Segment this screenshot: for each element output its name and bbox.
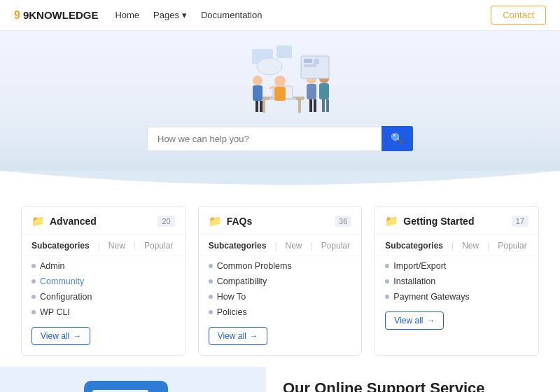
support-svg: ★★★★ bbox=[14, 370, 252, 392]
folder-icon: 📁 bbox=[385, 215, 398, 227]
contact-button[interactable]: Contact bbox=[491, 6, 546, 24]
svg-point-10 bbox=[253, 76, 262, 85]
arrow-icon: → bbox=[73, 331, 81, 341]
bullet-icon bbox=[209, 279, 213, 284]
hero-illustration bbox=[210, 42, 350, 126]
svg-rect-4 bbox=[262, 100, 265, 113]
svg-rect-1 bbox=[276, 46, 292, 58]
card-advanced-title-wrap: 📁 Advanced bbox=[31, 215, 97, 227]
svg-rect-22 bbox=[309, 99, 312, 112]
support-title: Our Online Support Service bbox=[283, 379, 543, 392]
bullet-icon bbox=[31, 310, 36, 314]
card-gs-count: 17 bbox=[512, 216, 528, 227]
card-faqs-title-wrap: 📁 FAQs bbox=[209, 215, 253, 227]
svg-point-2 bbox=[257, 58, 282, 75]
support-illustration: ★★★★ bbox=[0, 367, 266, 392]
folder-icon: 📁 bbox=[31, 215, 45, 227]
svg-rect-13 bbox=[307, 84, 316, 99]
arrow-icon: → bbox=[426, 316, 435, 326]
svg-rect-24 bbox=[322, 99, 325, 112]
card-advanced-title: Advanced bbox=[50, 216, 97, 227]
list-item: Installation bbox=[385, 276, 528, 286]
card-gs-tabs: Subcategories | New | Popular bbox=[375, 235, 538, 255]
arrow-icon: → bbox=[250, 331, 258, 341]
list-item: Compatibility bbox=[209, 276, 352, 286]
card-advanced-count: 20 bbox=[158, 216, 174, 227]
card-gs-links: Import/Export Installation Payment Gatew… bbox=[375, 255, 538, 307]
card-gs-header: 📁 Getting Started 17 bbox=[375, 206, 538, 235]
bullet-icon bbox=[31, 295, 36, 299]
card-faqs-tabs: Subcategories | New | Popular bbox=[199, 235, 362, 255]
svg-point-8 bbox=[274, 76, 286, 87]
card-getting-started: 📁 Getting Started 17 Subcategories | New… bbox=[374, 206, 539, 356]
svg-rect-21 bbox=[260, 101, 262, 112]
list-item: Admin bbox=[31, 261, 175, 271]
nav-home[interactable]: Home bbox=[115, 10, 139, 20]
view-all-label: View all bbox=[394, 316, 423, 326]
card-gs-title: Getting Started bbox=[403, 216, 474, 227]
tab-subcategories-2[interactable]: Subcategories bbox=[385, 241, 443, 251]
view-all-advanced-button[interactable]: View all → bbox=[31, 327, 90, 345]
card-faqs-count: 36 bbox=[335, 216, 351, 227]
card-advanced: 📁 Advanced 20 Subcategories | New | Popu… bbox=[21, 206, 186, 356]
tab-popular-0[interactable]: Popular bbox=[144, 241, 173, 251]
svg-rect-19 bbox=[314, 59, 319, 64]
bullet-icon bbox=[209, 264, 213, 268]
tab-new-1[interactable]: New bbox=[286, 241, 302, 251]
list-item: Policies bbox=[209, 307, 352, 317]
nav-pages[interactable]: Pages ▾ bbox=[153, 10, 187, 20]
search-bar: 🔍 bbox=[147, 126, 413, 151]
support-section: ★★★★ Our Online Support Service Lorem ip… bbox=[0, 367, 560, 392]
card-faqs-title: FAQs bbox=[227, 216, 253, 227]
nav-pages-label: Pages bbox=[153, 10, 179, 20]
bullet-icon bbox=[385, 295, 389, 299]
folder-icon: 📁 bbox=[209, 215, 222, 227]
svg-rect-17 bbox=[304, 59, 312, 63]
site-logo: 9 9KNOWLEDGE bbox=[14, 9, 98, 22]
tab-subcategories-0[interactable]: Subcategories bbox=[31, 241, 90, 251]
list-item: How To bbox=[209, 292, 352, 302]
list-item: Community bbox=[31, 276, 175, 286]
cards-section: 📁 Advanced 20 Subcategories | New | Popu… bbox=[0, 190, 560, 367]
list-item: Configuration bbox=[31, 292, 175, 302]
svg-rect-25 bbox=[326, 99, 329, 112]
svg-rect-11 bbox=[253, 85, 262, 101]
svg-rect-15 bbox=[319, 83, 329, 99]
search-input[interactable] bbox=[147, 127, 382, 151]
tab-subcategories-1[interactable]: Subcategories bbox=[209, 241, 267, 251]
nav-links: Home Pages ▾ Documentation bbox=[115, 10, 491, 20]
tab-new-2[interactable]: New bbox=[462, 241, 479, 251]
navbar: 9 9KNOWLEDGE Home Pages ▾ Documentation … bbox=[0, 0, 560, 31]
svg-rect-5 bbox=[298, 100, 301, 113]
card-gs-title-wrap: 📁 Getting Started bbox=[385, 215, 474, 227]
svg-rect-20 bbox=[255, 101, 258, 112]
card-faqs: 📁 FAQs 36 Subcategories | New | Popular … bbox=[198, 206, 363, 356]
support-text: Our Online Support Service Lorem ipsum d… bbox=[266, 367, 560, 392]
bullet-icon bbox=[385, 279, 389, 284]
card-faqs-header: 📁 FAQs 36 bbox=[199, 206, 362, 235]
svg-rect-18 bbox=[304, 64, 316, 67]
svg-rect-23 bbox=[314, 99, 316, 112]
hero-section: 🔍 bbox=[0, 31, 560, 190]
chevron-down-icon: ▾ bbox=[182, 10, 187, 20]
hero-curve bbox=[0, 171, 560, 190]
search-button[interactable]: 🔍 bbox=[382, 126, 413, 151]
card-advanced-tabs: Subcategories | New | Popular bbox=[22, 235, 185, 255]
list-item: Payment Gateways bbox=[385, 292, 528, 302]
view-all-label: View all bbox=[218, 331, 246, 341]
bullet-icon bbox=[31, 264, 36, 268]
card-advanced-header: 📁 Advanced 20 bbox=[22, 206, 185, 235]
bullet-icon bbox=[385, 264, 389, 268]
card-advanced-links: Admin Community Configuration WP CLI bbox=[22, 255, 185, 323]
view-all-faqs-button[interactable]: View all → bbox=[209, 327, 267, 345]
search-icon: 🔍 bbox=[391, 132, 404, 144]
bullet-icon bbox=[209, 295, 213, 299]
nav-documentation[interactable]: Documentation bbox=[201, 10, 262, 20]
logo-icon: 9 bbox=[14, 9, 20, 22]
bullet-icon bbox=[209, 310, 213, 314]
list-item: Import/Export bbox=[385, 261, 528, 271]
tab-new-0[interactable]: New bbox=[108, 241, 125, 251]
tab-popular-2[interactable]: Popular bbox=[498, 241, 526, 251]
tab-popular-1[interactable]: Popular bbox=[321, 241, 350, 251]
view-all-gs-button[interactable]: View all → bbox=[385, 312, 444, 330]
